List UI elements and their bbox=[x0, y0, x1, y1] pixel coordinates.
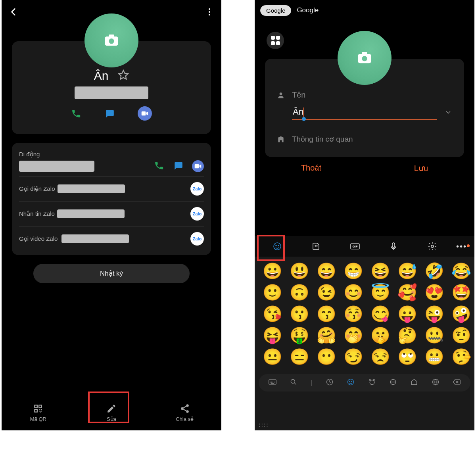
emoji-key[interactable]: 😇 bbox=[370, 284, 390, 300]
emoji-key[interactable]: 😛 bbox=[397, 306, 417, 322]
emoji-key[interactable]: 😘 bbox=[263, 306, 282, 322]
emoji-key[interactable]: 😚 bbox=[344, 306, 363, 322]
emoji-key[interactable]: 😝 bbox=[263, 327, 282, 343]
emoji-key[interactable]: 🤗 bbox=[317, 327, 336, 343]
emoji-key[interactable]: 🙂 bbox=[263, 284, 282, 300]
zalo-badge[interactable]: Zalo bbox=[190, 182, 204, 196]
row-message-icon[interactable] bbox=[173, 160, 183, 172]
svg-point-27 bbox=[348, 379, 354, 385]
account-chip[interactable]: Google bbox=[297, 6, 319, 14]
emoji-key[interactable]: 😐 bbox=[263, 349, 282, 365]
zalo-badge[interactable]: Zalo bbox=[190, 207, 204, 221]
smileys-category-icon[interactable] bbox=[347, 378, 355, 388]
call-button[interactable] bbox=[71, 108, 81, 119]
emoji-key[interactable]: 🤩 bbox=[451, 284, 471, 300]
emoji-key[interactable]: 😒 bbox=[370, 349, 390, 365]
emoji-key[interactable]: 😜 bbox=[424, 306, 444, 322]
keyboard-expand-icon[interactable]: :::: bbox=[259, 422, 269, 429]
emoji-key[interactable]: 😀 bbox=[263, 263, 282, 279]
svg-point-5 bbox=[109, 38, 114, 44]
emoji-key[interactable]: 🤑 bbox=[290, 327, 309, 343]
emoji-key[interactable]: 😅 bbox=[397, 263, 417, 279]
emoji-key[interactable]: 🤐 bbox=[424, 327, 444, 343]
emoji-key[interactable]: 😬 bbox=[424, 349, 444, 365]
contact-avatar[interactable] bbox=[84, 13, 138, 67]
emoji-key[interactable]: 😊 bbox=[344, 284, 363, 300]
emoji-key[interactable]: 🤨 bbox=[451, 327, 471, 343]
animals-category-icon[interactable] bbox=[368, 378, 376, 388]
mobile-number-redacted bbox=[19, 161, 94, 172]
backspace-icon[interactable] bbox=[453, 378, 461, 388]
sticker-tab[interactable] bbox=[297, 242, 336, 251]
emoji-key[interactable]: 🥰 bbox=[397, 284, 417, 300]
emoji-key[interactable]: 😄 bbox=[317, 263, 336, 279]
mobile-label: Di động bbox=[19, 151, 204, 158]
more-tab[interactable]: ••• bbox=[452, 242, 471, 251]
emoji-key[interactable]: 🤣 bbox=[424, 263, 444, 279]
edit-avatar[interactable] bbox=[338, 31, 392, 85]
name-input[interactable]: Ân bbox=[292, 104, 437, 120]
keyboard-switch-icon[interactable] bbox=[269, 378, 276, 388]
svg-point-25 bbox=[291, 379, 295, 383]
emoji-key[interactable]: 😶 bbox=[317, 349, 336, 365]
svg-rect-4 bbox=[109, 35, 114, 38]
svg-point-28 bbox=[349, 381, 350, 382]
qr-code-button[interactable]: Mã QR bbox=[20, 403, 56, 422]
save-button[interactable]: Lưu bbox=[414, 163, 428, 173]
voice-tab[interactable] bbox=[374, 242, 413, 251]
svg-rect-22 bbox=[392, 243, 395, 248]
more-menu-button[interactable] bbox=[205, 7, 214, 18]
zalo-video-label[interactable]: Gọi video Zalo bbox=[19, 235, 58, 242]
emoji-key[interactable]: 😁 bbox=[344, 263, 363, 279]
search-emoji-icon[interactable] bbox=[290, 378, 298, 388]
zalo-badge[interactable]: Zalo bbox=[190, 232, 204, 246]
emoji-key[interactable]: 🤪 bbox=[451, 306, 471, 322]
emoji-key[interactable]: 😗 bbox=[290, 306, 309, 322]
row-call-icon[interactable] bbox=[154, 160, 164, 172]
row-video-icon[interactable] bbox=[192, 160, 204, 172]
emoji-key[interactable]: 😃 bbox=[290, 263, 309, 279]
cancel-button[interactable]: Thoát bbox=[301, 163, 321, 173]
org-placeholder[interactable]: Thông tin cơ quan bbox=[292, 134, 353, 144]
phone-redacted bbox=[75, 86, 148, 99]
video-call-button[interactable] bbox=[138, 106, 152, 121]
zalo-msg-label[interactable]: Nhắn tin Zalo bbox=[19, 210, 55, 217]
activity-category-icon[interactable] bbox=[432, 378, 440, 388]
emoji-key[interactable]: 🙃 bbox=[290, 284, 309, 300]
emoji-key[interactable]: 🙄 bbox=[397, 349, 417, 365]
svg-rect-6 bbox=[142, 111, 146, 116]
emoji-tab[interactable] bbox=[258, 242, 297, 251]
emoji-key[interactable]: 😍 bbox=[424, 284, 444, 300]
emoji-key[interactable]: 🤥 bbox=[451, 349, 471, 365]
back-button[interactable] bbox=[9, 7, 19, 19]
places-category-icon[interactable] bbox=[410, 378, 418, 388]
svg-rect-12 bbox=[362, 52, 367, 55]
emoji-key[interactable]: 😏 bbox=[344, 349, 363, 365]
favorite-star-button[interactable] bbox=[118, 69, 129, 82]
svg-point-13 bbox=[362, 56, 367, 61]
account-chip-selected[interactable]: Google bbox=[260, 5, 291, 16]
edit-button[interactable]: Sửa bbox=[94, 403, 129, 422]
svg-point-2 bbox=[209, 14, 210, 15]
emoji-key[interactable]: 😙 bbox=[317, 306, 336, 322]
name-field-label: Tên bbox=[292, 90, 305, 100]
svg-point-23 bbox=[431, 245, 434, 248]
settings-tab[interactable] bbox=[413, 242, 452, 251]
emoji-key[interactable]: 🤭 bbox=[344, 327, 363, 343]
emoji-key[interactable]: 🤫 bbox=[370, 327, 390, 343]
emoji-key[interactable]: 😉 bbox=[317, 284, 336, 300]
emoji-key[interactable]: 🤔 bbox=[397, 327, 417, 343]
gif-tab[interactable]: GIF bbox=[336, 242, 374, 251]
recent-emoji-icon[interactable] bbox=[326, 378, 334, 388]
emoji-key[interactable]: 😂 bbox=[451, 263, 471, 279]
emoji-key[interactable]: 😆 bbox=[370, 263, 390, 279]
zalo-call-label[interactable]: Gọi điện Zalo bbox=[19, 185, 55, 192]
apps-grid-button[interactable] bbox=[267, 32, 284, 49]
emoji-key[interactable]: 😋 bbox=[370, 306, 390, 322]
emoji-key[interactable]: 😑 bbox=[290, 349, 309, 365]
share-button[interactable]: Chia sẻ bbox=[167, 403, 203, 422]
log-button[interactable]: Nhật ký bbox=[33, 264, 190, 283]
food-category-icon[interactable] bbox=[389, 378, 397, 388]
message-button[interactable] bbox=[104, 108, 115, 119]
chevron-down-icon[interactable] bbox=[444, 108, 452, 116]
